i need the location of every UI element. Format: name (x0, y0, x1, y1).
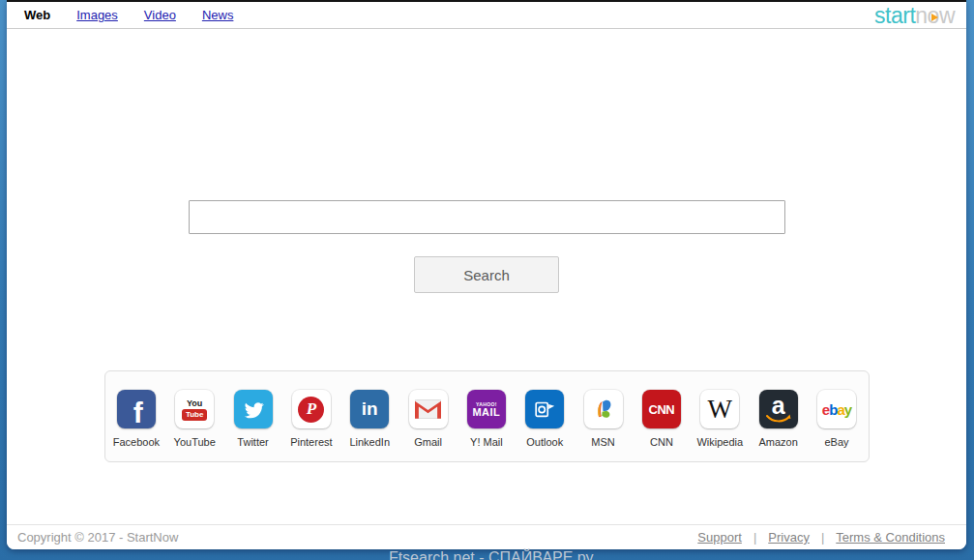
yahoo-wordmark-glyph: YAHOO! (476, 401, 497, 406)
tab-news[interactable]: News (202, 8, 234, 22)
privacy-link[interactable]: Privacy (768, 530, 810, 545)
outlook-envelope-glyph (532, 397, 557, 422)
tab-web[interactable]: Web (24, 8, 50, 22)
shortcut-label: Facebook (113, 436, 160, 448)
shortcut-msn[interactable]: MSN (575, 390, 633, 448)
yahoo-mail-glyph: MAIL (472, 407, 500, 418)
startnow-logo: startnow (874, 3, 955, 28)
youtube-icon: You Tube (175, 390, 214, 428)
shortcut-label: Outlook (526, 436, 563, 448)
pinterest-p-glyph: P (307, 399, 316, 419)
facebook-f-glyph: f (133, 397, 143, 428)
shortcuts-panel: f Facebook You Tube YouTube (104, 370, 870, 462)
shortcut-linkedin[interactable]: in LinkedIn (340, 390, 398, 448)
gmail-envelope-glyph (415, 399, 441, 419)
search-type-nav: Web Images Video News (24, 8, 233, 22)
shortcut-label: Pinterest (290, 436, 332, 448)
shortcut-yahoo-mail[interactable]: YAHOO! MAIL Y! Mail (457, 390, 516, 448)
yahoo-mail-icon: YAHOO! MAIL (467, 390, 506, 428)
logo-text-start: start (874, 3, 915, 28)
shortcut-youtube[interactable]: You Tube YouTube (165, 390, 223, 448)
shortcut-label: Gmail (414, 436, 442, 448)
shortcut-label: CNN (650, 436, 673, 448)
main-content: Search f Facebook You Tube YouTube (7, 200, 966, 462)
shortcut-ebay[interactable]: ebay eBay (808, 390, 866, 448)
top-navigation-bar: Web Images Video News startnow (7, 2, 966, 29)
shortcut-outlook[interactable]: Outlook (516, 390, 574, 448)
shortcut-facebook[interactable]: f Facebook (107, 390, 165, 448)
logo-text-w: w (939, 3, 955, 28)
pinterest-icon: P (292, 390, 331, 428)
terms-conditions-link[interactable]: Terms & Conditions (836, 530, 945, 545)
facebook-icon: f (117, 390, 156, 428)
footer-separator: | (753, 530, 756, 545)
amazon-icon: a (759, 390, 798, 428)
youtube-tube-glyph: Tube (182, 409, 208, 421)
wikipedia-w-glyph: W (708, 397, 732, 423)
twitter-bird-glyph (243, 398, 264, 420)
support-link[interactable]: Support (697, 530, 742, 545)
linkedin-in-glyph: in (362, 398, 378, 420)
logo-text-n: n (915, 3, 927, 28)
shortcut-label: Wikipedia (696, 436, 743, 448)
ebay-icon: ebay (817, 390, 856, 428)
logo-arrow-icon (931, 14, 938, 21)
ebay-wordmark-glyph: ebay (822, 401, 851, 418)
shortcut-label: MSN (591, 436, 614, 448)
msn-butterfly-icon (584, 390, 623, 428)
shortcut-pinterest[interactable]: P Pinterest (282, 390, 340, 448)
shortcut-wikipedia[interactable]: W Wikipedia (691, 390, 749, 448)
tab-images[interactable]: Images (76, 8, 118, 22)
wikipedia-icon: W (700, 390, 739, 428)
youtube-you-glyph: You (187, 398, 202, 408)
logo-o-arrow-icon: o (928, 3, 939, 28)
shortcut-gmail[interactable]: Gmail (399, 390, 457, 448)
amazon-a-glyph: a (772, 395, 785, 416)
search-button[interactable]: Search (414, 256, 559, 293)
shortcut-label: eBay (824, 436, 848, 448)
linkedin-icon: in (350, 390, 389, 428)
shortcut-label: Y! Mail (470, 436, 503, 448)
footer-links: Support | Privacy | Terms & Conditions (697, 530, 945, 545)
shortcut-twitter[interactable]: Twitter (224, 390, 282, 448)
shortcut-label: LinkedIn (349, 436, 390, 448)
outlook-icon (525, 390, 564, 428)
tab-video[interactable]: Video (144, 8, 176, 22)
footer-bar: Copyright © 2017 - StartNow Support | Pr… (7, 524, 966, 549)
watermark-text: Ftsearch.net - СПАЙВАРЕ.ру (389, 549, 594, 560)
search-input[interactable] (189, 200, 785, 234)
shortcut-label: YouTube (174, 436, 216, 448)
cnn-icon: CNN (642, 390, 681, 428)
shortcut-cnn[interactable]: CNN CNN (633, 390, 691, 448)
shortcut-label: Amazon (758, 436, 797, 448)
footer-separator: | (821, 530, 824, 545)
shortcut-label: Twitter (237, 436, 268, 448)
shortcut-amazon[interactable]: a Amazon (750, 390, 808, 448)
page-container: Web Images Video News startnow Search f … (7, 0, 966, 549)
twitter-icon (234, 390, 273, 428)
copyright-text: Copyright © 2017 - StartNow (17, 530, 178, 545)
gmail-icon (409, 390, 448, 428)
msn-butterfly-glyph (591, 397, 616, 422)
amazon-smile-glyph (765, 414, 792, 424)
cnn-wordmark-glyph: CNN (649, 402, 675, 417)
